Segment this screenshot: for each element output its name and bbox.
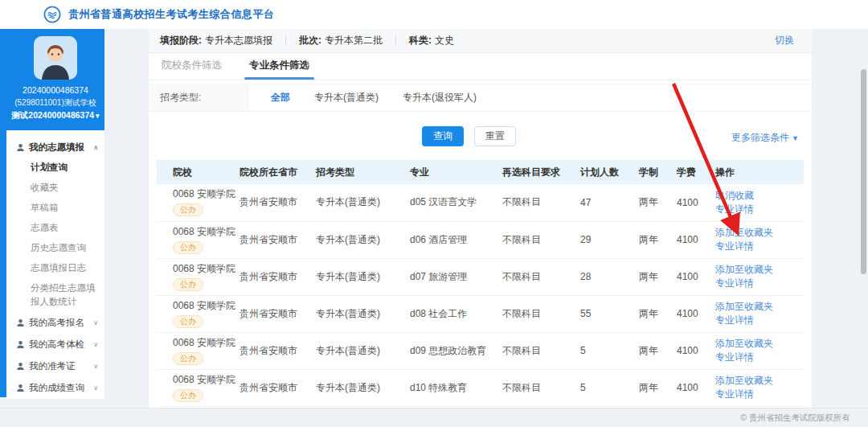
avatar: [34, 36, 77, 80]
duration: 两年: [639, 332, 677, 369]
add-to-favorites-link[interactable]: 添加至收藏夹: [715, 300, 804, 314]
chevron-down-icon: ∨: [93, 363, 98, 370]
major-name: d05 汉语言文学: [410, 184, 502, 221]
query-button[interactable]: 查询: [422, 126, 464, 146]
add-to-favorites-link[interactable]: 添加至收藏夹: [715, 263, 804, 277]
table-header-row: 院校院校所在省市招考类型专业再选科目要求计划人数学制学费操作: [157, 160, 804, 184]
operations-cell: 添加至收藏夹专业详情: [715, 221, 804, 258]
subject-requirement: 不限科目: [502, 295, 580, 332]
recruit-type: 专升本(普通类): [316, 258, 410, 295]
plan-count: 28: [580, 258, 639, 295]
tab-college-filter[interactable]: 院校条件筛选: [160, 59, 223, 80]
major-detail-link[interactable]: 专业详情: [715, 351, 804, 364]
major-name: d06 酒店管理: [410, 221, 502, 258]
college-city: 贵州省安顺市: [240, 332, 316, 369]
person-icon: [16, 384, 25, 392]
major-detail-link[interactable]: 专业详情: [715, 388, 804, 401]
subject-requirement: 不限科目: [502, 258, 580, 295]
sidebar-section-header[interactable]: 我的成绩查询∨: [6, 377, 104, 399]
sidebar-item[interactable]: 收藏夹: [6, 178, 104, 198]
category-filter: 科类: 文史: [409, 34, 454, 47]
college-city: 贵州省安顺市: [240, 369, 316, 406]
sidebar-item[interactable]: 历史志愿查询: [6, 238, 104, 258]
copyright-text: © 贵州省招生考试院版权所有: [740, 413, 850, 424]
more-filters-link[interactable]: 更多筛选条件▼: [731, 131, 799, 145]
major-detail-link[interactable]: 专业详情: [715, 277, 804, 290]
column-header: 操作: [715, 160, 804, 184]
sidebar-section-header[interactable]: 我的志愿填报∧: [6, 137, 104, 158]
recruit-type-label: 招考类型:: [149, 84, 248, 111]
divider: [395, 35, 396, 46]
tab-major-filter[interactable]: 专业条件筛选: [248, 59, 311, 80]
college-cell: 0068 安顺学院公办: [157, 295, 240, 332]
recruit-type-filter: 招考类型: 全部专升本(普通类)专升本(退役军人): [149, 84, 812, 112]
college-cell: 0068 安顺学院公办: [157, 184, 240, 221]
plan-count: 29: [580, 221, 639, 258]
duration: 两年: [639, 369, 677, 406]
chevron-down-icon: ∨: [93, 341, 98, 348]
divider: [285, 35, 286, 46]
action-row: 查询 重置 更多筛选条件▼: [149, 125, 812, 152]
fee: 4100: [677, 221, 715, 258]
fee: 4100: [677, 258, 715, 295]
fee: 4100: [677, 332, 715, 369]
section-label: 我的准考证: [29, 360, 76, 372]
duration: 两年: [639, 184, 677, 221]
sidebar-item[interactable]: 志愿填报日志: [6, 258, 104, 278]
subject-requirement: 不限科目: [502, 221, 580, 258]
add-to-favorites-link[interactable]: 添加至收藏夹: [715, 337, 804, 351]
table-row: 0068 安顺学院公办贵州省安顺市专升本(普通类)d06 酒店管理不限科目29两…: [157, 221, 804, 258]
major-detail-link[interactable]: 专业详情: [715, 203, 804, 216]
major-detail-link[interactable]: 专业详情: [715, 314, 804, 327]
college-city: 贵州省安顺市: [240, 184, 316, 221]
recruit-type-option[interactable]: 全部: [271, 91, 290, 105]
context-filter-bar: 填报阶段: 专升本志愿填报 批次: 专升本第二批 科类: 文史 切换: [149, 29, 812, 53]
user-menu[interactable]: 测试20240000486374▾: [6, 109, 104, 122]
person-icon: [16, 340, 25, 349]
person-icon: [16, 143, 25, 152]
recruit-type: 专升本(普通类): [316, 221, 410, 258]
sidebar-item[interactable]: 草稿箱: [6, 198, 104, 218]
app-header: 贵州省普通高校招生考试考生综合信息平台: [0, 0, 868, 29]
major-detail-link[interactable]: 专业详情: [715, 240, 804, 253]
switch-link[interactable]: 切换: [775, 34, 794, 47]
column-header: 学费: [677, 160, 715, 184]
recruit-type-option[interactable]: 专升本(普通类): [314, 91, 379, 105]
subject-requirement: 不限科目: [502, 369, 580, 406]
sidebar-item[interactable]: 计划查询: [6, 158, 104, 178]
remove-favorite-link[interactable]: 取消收藏: [715, 189, 804, 203]
table-row: 0068 安顺学院公办贵州省安顺市专升本(普通类)d05 汉语言文学不限科目47…: [157, 184, 804, 221]
recruit-type-option[interactable]: 专升本(退役军人): [403, 91, 477, 105]
plan-count: 5: [580, 369, 639, 406]
plan-table: 院校院校所在省市招考类型专业再选科目要求计划人数学制学费操作 0068 安顺学院…: [157, 160, 804, 407]
sidebar-section-header[interactable]: 我的准考证∨: [6, 355, 104, 377]
person-icon: [16, 318, 25, 327]
main-panel: 填报阶段: 专升本志愿填报 批次: 专升本第二批 科类: 文史 切换 院校条件筛…: [149, 29, 812, 408]
stage-filter: 填报阶段: 专升本志愿填报: [160, 34, 272, 47]
table-body: 0068 安顺学院公办贵州省安顺市专升本(普通类)d05 汉语言文学不限科目47…: [157, 184, 804, 406]
operations-cell: 取消收藏专业详情: [715, 184, 804, 221]
add-to-favorites-link[interactable]: 添加至收藏夹: [715, 226, 804, 240]
sidebar-section-header[interactable]: 我的高考体检∨: [6, 334, 104, 355]
table-row: 0068 安顺学院公办贵州省安顺市专升本(普通类)d08 社会工作不限科目55两…: [157, 295, 804, 332]
table-row: 0068 安顺学院公办贵州省安顺市专升本(普通类)d07 旅游管理不限科目28两…: [157, 258, 804, 295]
reset-button[interactable]: 重置: [474, 126, 516, 146]
sidebar-section-header[interactable]: 我的高考报名∨: [6, 312, 104, 334]
stage-value: 专升本志愿填报: [205, 34, 272, 47]
ownership-badge: 公办: [173, 278, 203, 291]
sidebar-item[interactable]: 分类招生志愿填报人数统计: [6, 278, 104, 312]
duration: 两年: [639, 258, 677, 295]
fee: 4100: [677, 369, 715, 406]
scrollbar-thumb[interactable]: [861, 69, 866, 274]
section-label: 我的志愿填报: [29, 142, 84, 154]
column-header: 招考类型: [316, 160, 410, 184]
sidebar-item[interactable]: 志愿表: [6, 218, 104, 238]
chevron-down-icon: ∨: [93, 384, 98, 392]
filter-tabs: 院校条件筛选 专业条件筛选: [149, 53, 812, 80]
operations-cell: 添加至收藏夹专业详情: [715, 258, 804, 295]
recruit-type: 专升本(普通类): [316, 332, 410, 369]
duration: 两年: [639, 295, 677, 332]
caret-down-icon: ▼: [792, 134, 799, 142]
add-to-favorites-link[interactable]: 添加至收藏夹: [715, 374, 804, 388]
column-header: 再选科目要求: [502, 160, 580, 184]
